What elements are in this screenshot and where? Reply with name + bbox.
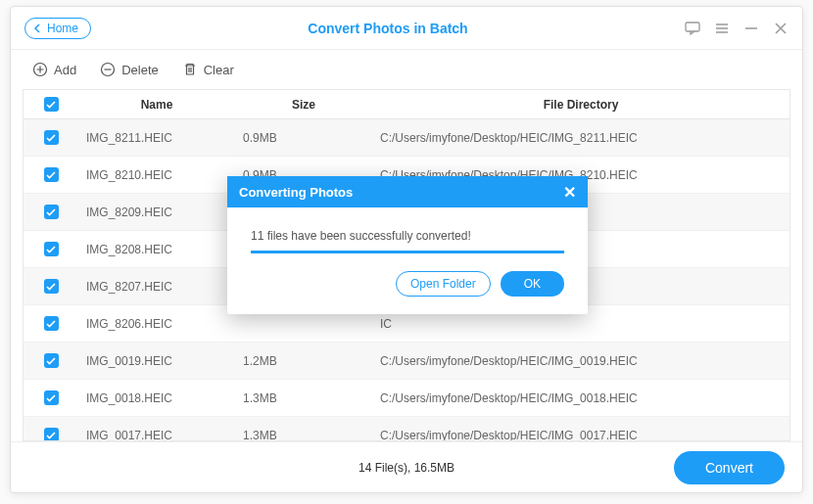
row-checkbox[interactable] (44, 390, 59, 405)
row-checkbox[interactable] (44, 242, 59, 256)
cell-size: 1.3MB (235, 391, 372, 405)
modal-close-icon[interactable]: ✕ (563, 183, 576, 202)
cell-name: IMG_8207.HEIC (78, 280, 235, 294)
toolbar: Add Delete Clear (11, 50, 802, 89)
header-name: Name (78, 98, 235, 112)
titlebar: Home Convert Photos in Batch (11, 7, 802, 50)
open-folder-button[interactable]: Open Folder (396, 271, 491, 297)
modal-header: Converting Photos ✕ (227, 176, 588, 207)
modal-actions: Open Folder OK (251, 271, 564, 297)
cell-size: 1.2MB (235, 354, 372, 368)
cell-name: IMG_8209.HEIC (78, 206, 235, 219)
progress-bar (251, 251, 564, 253)
footer-info: 14 File(s), 16.5MB (359, 461, 454, 475)
row-checkbox[interactable] (44, 130, 59, 145)
window-controls (685, 21, 789, 36)
cell-name: IMG_8208.HEIC (78, 243, 235, 256)
ok-button[interactable]: OK (501, 271, 564, 297)
cell-name: IMG_8211.HEIC (78, 131, 235, 145)
arrow-left-icon (33, 23, 43, 33)
add-label: Add (54, 63, 76, 77)
converting-modal: Converting Photos ✕ 11 files have been s… (227, 176, 588, 314)
footer: 14 File(s), 16.5MB Convert (11, 441, 802, 492)
cell-name: IMG_0017.HEIC (78, 429, 235, 442)
cell-dir: IC (372, 317, 789, 331)
select-all-checkbox[interactable] (44, 97, 59, 112)
cell-dir: C:/Users/imyfone/Desktop/HEIC/IMG_0019.H… (372, 354, 789, 368)
header-dir: File Directory (372, 98, 789, 112)
feedback-icon[interactable] (685, 21, 700, 36)
menu-icon[interactable] (714, 21, 730, 36)
cell-dir: C:/Users/imyfone/Desktop/HEIC/IMG_8211.H… (372, 131, 789, 145)
row-checkbox[interactable] (44, 167, 59, 182)
plus-circle-icon (32, 62, 48, 77)
cell-name: IMG_0019.HEIC (78, 354, 235, 368)
add-button[interactable]: Add (32, 62, 76, 77)
minimize-icon[interactable] (743, 21, 759, 36)
modal-message: 11 files have been successfully converte… (251, 229, 564, 243)
table-row[interactable]: IMG_8211.HEIC0.9MBC:/Users/imyfone/Deskt… (24, 119, 789, 157)
modal-body: 11 files have been successfully converte… (227, 207, 588, 314)
clear-label: Clear (204, 63, 234, 77)
clear-button[interactable]: Clear (182, 62, 234, 77)
delete-button[interactable]: Delete (100, 62, 159, 77)
row-checkbox[interactable] (44, 279, 59, 294)
delete-label: Delete (121, 63, 159, 77)
header-size: Size (235, 98, 372, 112)
cell-dir: C:/Users/imyfone/Desktop/HEIC/IMG_0017.H… (372, 429, 789, 442)
cell-dir: C:/Users/imyfone/Desktop/HEIC/IMG_0018.H… (372, 391, 789, 405)
modal-title: Converting Photos (239, 185, 353, 200)
table-header: Name Size File Directory (23, 89, 790, 118)
row-checkbox[interactable] (44, 428, 59, 441)
page-title: Convert Photos in Batch (91, 21, 685, 36)
cell-size: 1.3MB (235, 429, 372, 442)
row-checkbox[interactable] (44, 316, 59, 331)
cell-name: IMG_8210.HEIC (78, 168, 235, 182)
convert-button[interactable]: Convert (674, 451, 785, 484)
table-row[interactable]: IMG_0018.HEIC1.3MBC:/Users/imyfone/Deskt… (24, 380, 789, 417)
table-row[interactable]: IMG_0019.HEIC1.2MBC:/Users/imyfone/Deskt… (24, 343, 789, 380)
trash-icon (182, 62, 198, 77)
svg-rect-0 (686, 23, 699, 31)
home-button[interactable]: Home (24, 18, 91, 39)
minus-circle-icon (100, 62, 116, 77)
close-icon[interactable] (773, 21, 789, 36)
table-row[interactable]: IMG_0017.HEIC1.3MBC:/Users/imyfone/Deskt… (24, 417, 789, 441)
cell-name: IMG_8206.HEIC (78, 317, 235, 331)
home-label: Home (47, 22, 78, 35)
row-checkbox[interactable] (44, 353, 59, 368)
cell-name: IMG_0018.HEIC (78, 391, 235, 405)
row-checkbox[interactable] (44, 205, 59, 219)
cell-size: 0.9MB (235, 131, 372, 145)
